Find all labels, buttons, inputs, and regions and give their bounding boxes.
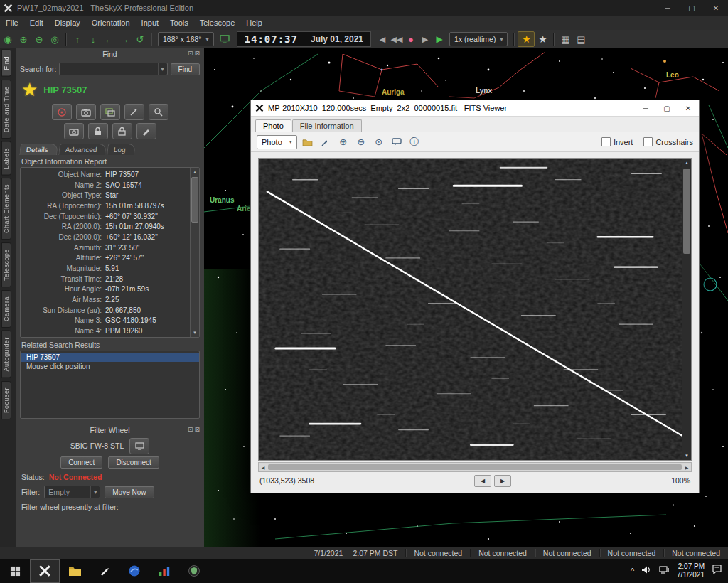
panel-dock-icons[interactable]: ⊡⊠ xyxy=(188,426,201,433)
rewind-icon[interactable]: ◀◀ xyxy=(390,32,404,46)
invert-checkbox-box[interactable] xyxy=(601,137,611,146)
tab-details[interactable]: Details xyxy=(19,144,58,155)
pan-right-icon[interactable]: → xyxy=(117,32,132,46)
scroll-left-icon[interactable]: ◀ xyxy=(259,465,267,470)
zoom-out-icon[interactable]: ⊖ xyxy=(354,135,368,149)
report-scrollbar[interactable]: ▲ ▼ xyxy=(190,168,199,337)
menu-orientation[interactable]: Orientation xyxy=(86,16,136,30)
fits-tab-file-information[interactable]: File Information xyxy=(292,119,362,132)
search-input[interactable]: ▾ xyxy=(59,63,167,75)
center-object-button[interactable] xyxy=(52,104,72,120)
camera-button[interactable] xyxy=(64,123,84,139)
star-chart-icon[interactable]: ★ xyxy=(535,32,550,46)
stop-icon[interactable]: ▶ xyxy=(418,32,432,46)
menu-file[interactable]: File xyxy=(0,16,24,30)
taskbar-chart-app-icon[interactable] xyxy=(149,559,179,583)
fits-image[interactable]: ▲ ▼ xyxy=(258,158,692,461)
fits-vertical-scrollbar[interactable]: ▲ ▼ xyxy=(682,159,691,460)
taskbar-clock[interactable]: 2:07 PM 7/1/2021 xyxy=(677,562,705,580)
fits-minimize-button[interactable]: ─ xyxy=(635,100,656,116)
slew-button[interactable] xyxy=(124,104,144,120)
pan-left-icon[interactable]: ← xyxy=(102,32,116,46)
sidebar-tab-telescope[interactable]: Telescope xyxy=(1,242,11,287)
network-icon[interactable] xyxy=(659,565,670,577)
record-icon[interactable]: ● xyxy=(404,32,418,46)
minimize-button[interactable]: ─ xyxy=(655,0,680,16)
scroll-down-icon[interactable]: ▼ xyxy=(682,451,691,460)
sidebar-tab-date-and-time[interactable]: Date and Time xyxy=(1,80,11,139)
close-button[interactable]: ✕ xyxy=(704,0,728,16)
taskbar-pen-app-icon[interactable] xyxy=(90,559,119,583)
panel-icon[interactable]: ▤ xyxy=(574,32,588,46)
photo-mode-dropdown[interactable]: Photo▾ xyxy=(257,135,297,149)
field-of-view-icon[interactable]: ◎ xyxy=(48,32,62,46)
sidebar-tab-autoguider[interactable]: Autoguider xyxy=(1,331,11,378)
taskbar-theskyx-icon[interactable] xyxy=(30,559,60,583)
time-rate-dropdown[interactable]: 1x (realtime)▾ xyxy=(449,32,508,46)
start-button[interactable] xyxy=(0,559,30,583)
scroll-down-icon[interactable]: ▼ xyxy=(191,328,199,337)
zoom-actual-icon[interactable]: ⊙ xyxy=(372,135,386,149)
connect-button[interactable]: Connect xyxy=(60,456,102,469)
fits-close-button[interactable]: ✕ xyxy=(678,100,699,116)
annotation-icon[interactable] xyxy=(390,135,404,149)
rotate-icon[interactable]: ↺ xyxy=(133,32,147,46)
taskbar-blue-app-icon[interactable] xyxy=(119,559,149,583)
lock-button[interactable] xyxy=(88,123,108,139)
tray-expand-icon[interactable]: ^ xyxy=(631,567,634,575)
related-item-mouse-click-position[interactable]: Mouse click position xyxy=(21,362,199,371)
fov-dropdown[interactable]: 168° x 168°▾ xyxy=(158,32,214,46)
menu-display[interactable]: Display xyxy=(49,16,86,30)
fits-horizontal-scrollbar[interactable]: ◀ ▶ xyxy=(258,462,692,472)
grid-icon[interactable]: ▦ xyxy=(558,32,572,46)
sidebar-tab-camera[interactable]: Camera xyxy=(1,290,11,328)
pan-down-icon[interactable]: ↓ xyxy=(86,32,100,46)
photos-button[interactable] xyxy=(100,104,120,120)
taskbar-shield-app-icon[interactable] xyxy=(179,559,209,583)
previous-image-button[interactable]: ◀ xyxy=(474,475,491,487)
scrollbar-thumb[interactable] xyxy=(191,177,198,223)
fits-maximize-button[interactable]: ▢ xyxy=(656,100,678,116)
menu-edit[interactable]: Edit xyxy=(24,16,49,30)
scroll-up-icon[interactable]: ▲ xyxy=(682,159,691,167)
menu-tools[interactable]: Tools xyxy=(164,16,194,30)
star-chart[interactable]: MP-2010XJ10_120.000secs_Empty_2x2_000000… xyxy=(204,48,728,547)
notifications-icon[interactable] xyxy=(712,565,722,577)
zoom-out-icon[interactable]: ⊖ xyxy=(32,32,46,46)
filter-select[interactable]: Empty▾ xyxy=(44,486,100,498)
pointer-icon[interactable] xyxy=(318,135,333,149)
disconnect-button[interactable]: Disconnect xyxy=(108,456,159,469)
invert-checkbox[interactable]: Invert xyxy=(601,137,633,146)
take-photo-button[interactable] xyxy=(76,104,96,120)
find-button[interactable]: Find xyxy=(171,63,200,75)
sidebar-tab-labels[interactable]: Labels xyxy=(1,141,11,176)
menu-input[interactable]: Input xyxy=(136,16,164,30)
scrollbar-thumb[interactable] xyxy=(683,169,690,254)
center-icon[interactable]: ◉ xyxy=(1,32,15,46)
play-icon[interactable]: ▶ xyxy=(432,32,446,46)
fits-tab-photo[interactable]: Photo xyxy=(255,119,291,132)
next-image-button[interactable]: ▶ xyxy=(494,475,511,487)
volume-icon[interactable] xyxy=(641,565,652,577)
menu-telescope[interactable]: Telescope xyxy=(194,16,241,30)
sidebar-tab-chart-elements[interactable]: Chart Elements xyxy=(1,178,11,240)
sidebar-tab-find[interactable]: Find xyxy=(1,50,11,77)
maximize-button[interactable]: ▢ xyxy=(680,0,704,16)
open-folder-icon[interactable] xyxy=(301,135,315,149)
crosshairs-checkbox[interactable]: Crosshairs xyxy=(643,137,693,146)
annotate-button[interactable] xyxy=(136,123,156,139)
bookmark-star-icon[interactable]: ★ xyxy=(518,31,535,47)
choose-device-button[interactable] xyxy=(129,438,149,454)
panel-dock-icons[interactable]: ⊡⊠ xyxy=(188,50,201,57)
search-photos-button[interactable] xyxy=(149,104,168,120)
zoom-in-icon[interactable]: ⊕ xyxy=(16,32,31,46)
display-icon[interactable] xyxy=(218,32,232,46)
sidebar-tab-focuser[interactable]: Focuser xyxy=(1,381,11,419)
scroll-up-icon[interactable]: ▲ xyxy=(191,168,199,176)
zoom-in-icon[interactable]: ⊕ xyxy=(336,135,350,149)
taskbar-explorer-icon[interactable] xyxy=(60,559,90,583)
tab-advanced[interactable]: Advanced xyxy=(58,144,107,155)
move-now-button[interactable]: Move Now xyxy=(105,486,154,498)
scroll-right-icon[interactable]: ▶ xyxy=(682,465,691,470)
scrollbar-thumb[interactable] xyxy=(268,464,682,470)
